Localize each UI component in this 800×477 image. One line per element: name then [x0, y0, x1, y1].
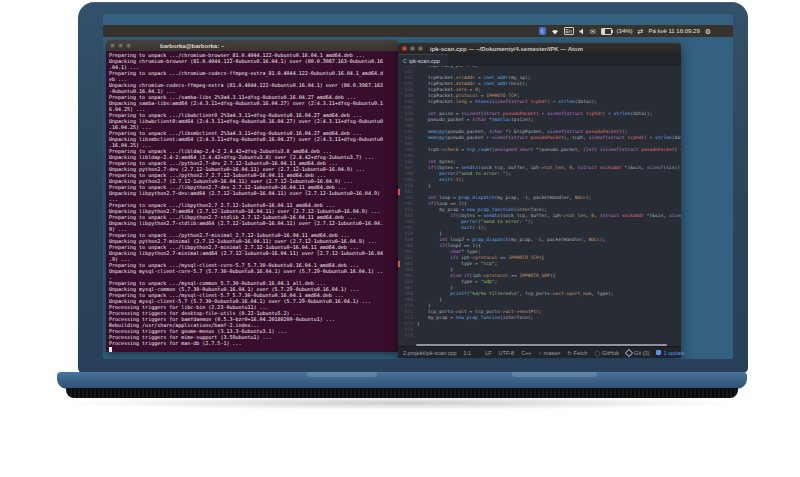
terminal-line: Unpacking libsmbclient:amd64 (2:4.3.11+d… — [109, 136, 395, 142]
atom-titlebar[interactable]: ipk-scan.cpp — ~/Dokumenty/4.semester/IP… — [398, 43, 681, 54]
minimize-button[interactable] — [118, 43, 123, 48]
terminal-output[interactable]: Preparing to unpack .../chromium-browser… — [106, 51, 398, 352]
mail-icon[interactable]: ✉ — [590, 28, 596, 35]
code-editor[interactable]: 530 tcph->urg_ptr = 0;531 532 tcpPacket.… — [398, 66, 681, 343]
atom-window: ipk-scan.cpp — ~/Dokumenty/4.semester/IP… — [398, 43, 681, 358]
base-notch-left — [307, 372, 377, 377]
git-icon — [625, 348, 633, 356]
maximize-button[interactable] — [418, 46, 423, 51]
terminal-line: Unpacking libpython2.7-dev:amd64 (2.7.12… — [109, 190, 395, 196]
file-path[interactable]: 2.projekt/ipk-scan.cpp — [403, 350, 457, 356]
terminal-cursor-line — [109, 346, 395, 352]
tab-label: ipk-scan.cpp — [409, 58, 440, 64]
terminal-line: Unpacking libwbclient0:amd64 (2:4.3.11+d… — [109, 118, 395, 124]
fetch-button[interactable]: ↻Fetch — [567, 350, 587, 356]
bluetooth-icon[interactable]: ᛒ — [539, 27, 546, 35]
atom-window-title: ipk-scan.cpp — ~/Dokumenty/4.semester/IP… — [430, 46, 583, 52]
fetch-icon: ↻ — [567, 350, 571, 356]
clock[interactable]: Pá kvě 11 16:09:29 — [648, 28, 699, 34]
status-bar: 2.projekt/ipk-scan.cpp 1:1 LF UTF-8 C++ … — [398, 346, 681, 358]
laptop-screen: ᛒ En ✉ (34%) ⇄ Pá kvě 11 16:09:29 ⚙ barb… — [103, 14, 733, 359]
code-line: 575 — [398, 333, 681, 339]
laptop-lid: ᛒ En ✉ (34%) ⇄ Pá kvě 11 16:09:29 ⚙ barb… — [78, 2, 748, 373]
terminal-window: barborka@barborka: ~ Preparing to unpack… — [106, 40, 398, 352]
update-icon — [656, 350, 661, 355]
terminal-line: Unpacking mysql-client-core-5.7 (5.7.30-… — [109, 268, 395, 274]
terminal-line: Unpacking libpython2.7-minimal:amd64 (2.… — [109, 250, 395, 256]
battery-percent: (34%) — [617, 28, 633, 34]
branch-icon: ⑂ — [539, 350, 542, 356]
github-icon: ◯ — [594, 350, 600, 356]
code-area: 530 tcph->urg_ptr = 0;531 532 tcpPacket.… — [398, 66, 681, 339]
line-ending-indicator[interactable]: LF — [485, 350, 491, 356]
tab-bar: C ipk-scan.cpp — [398, 54, 681, 66]
tab-ipk-scan-cpp[interactable]: C ipk-scan.cpp — [398, 54, 448, 66]
terminal-title: barborka@barborka: ~ — [160, 43, 224, 49]
wifi-icon[interactable] — [551, 28, 559, 35]
cursor-position[interactable]: 1:1 — [464, 350, 472, 356]
laptop-shadow — [60, 396, 744, 410]
laptop-mockup: ᛒ En ✉ (34%) ⇄ Pá kvě 11 16:09:29 ⚙ barb… — [0, 0, 800, 477]
terminal-line: Unpacking libpython2.7-stdlib:amd64 (2.7… — [109, 220, 395, 226]
minimize-button[interactable] — [410, 46, 415, 51]
close-button[interactable] — [110, 43, 115, 48]
volume-icon[interactable] — [579, 28, 585, 35]
sync-arrows-icon[interactable]: ⇄ — [638, 28, 644, 35]
ubuntu-top-panel: ᛒ En ✉ (34%) ⇄ Pá kvě 11 16:09:29 ⚙ — [103, 25, 733, 37]
maximize-button[interactable] — [126, 43, 131, 48]
terminal-cursor — [109, 347, 112, 352]
terminal-line: Unpacking chromium-browser (81.0.4044.12… — [109, 58, 395, 64]
keyboard-layout-indicator[interactable]: En — [564, 27, 574, 35]
base-notch-right — [512, 372, 597, 377]
battery-icon[interactable] — [601, 28, 612, 35]
laptop-base — [57, 372, 747, 389]
power-gear-icon[interactable]: ⚙ — [705, 28, 711, 35]
git-changes-button[interactable]: Git (0) — [626, 350, 649, 356]
horizontal-scrollbar[interactable] — [398, 343, 681, 346]
terminal-line: Preparing to unpack .../chromium-codecs-… — [109, 70, 395, 76]
terminal-titlebar[interactable]: barborka@barborka: ~ — [106, 40, 398, 51]
cpp-file-icon: C — [403, 58, 407, 64]
git-branch-button[interactable]: ⑂master — [539, 350, 561, 356]
update-notice[interactable]: 1 update — [656, 350, 684, 356]
language-indicator[interactable]: C++ — [521, 350, 531, 356]
close-button[interactable] — [402, 46, 407, 51]
github-button[interactable]: ◯GitHub — [594, 350, 619, 356]
terminal-line: Unpacking samba-libs:amd64 (2:4.3.11+dfs… — [109, 100, 395, 106]
encoding-indicator[interactable]: UTF-8 — [499, 350, 515, 356]
